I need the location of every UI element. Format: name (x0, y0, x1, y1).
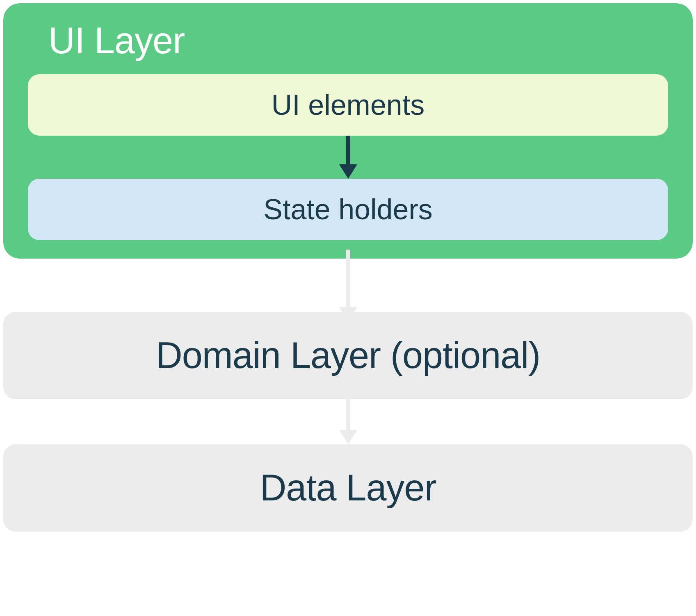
svg-marker-6 (339, 430, 357, 444)
domain-layer-box: Domain Layer (optional) (3, 312, 693, 399)
state-holders-label: State holders (263, 193, 432, 225)
data-layer-label: Data Layer (260, 467, 436, 508)
ui-layer-title: UI Layer (28, 20, 668, 62)
arrow-ui-to-state (28, 136, 668, 179)
data-layer-box: Data Layer (3, 444, 693, 532)
ui-elements-box: UI elements (28, 74, 668, 136)
domain-layer-label: Domain Layer (optional) (156, 335, 540, 376)
arrow-ui-to-domain (336, 259, 361, 312)
ui-layer-container: UI Layer UI elements State holders (3, 3, 693, 259)
arrow-domain-to-data (336, 399, 361, 444)
arrow-down-icon (336, 250, 361, 321)
arrow-down-icon (336, 399, 361, 444)
arrow-down-icon (336, 136, 361, 179)
ui-elements-label: UI elements (272, 89, 424, 121)
state-holders-box: State holders (28, 179, 668, 240)
svg-marker-1 (339, 164, 357, 179)
